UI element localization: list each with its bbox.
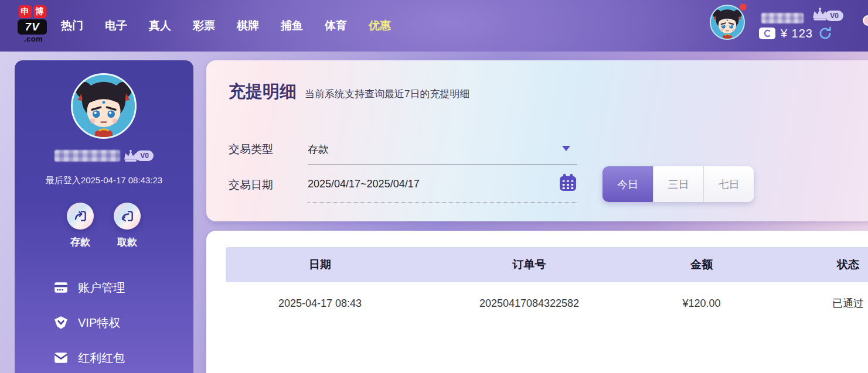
avatar-illustration	[73, 75, 135, 137]
nav-item-slots[interactable]: 电子	[105, 18, 127, 33]
range-today-button[interactable]: 今日	[603, 166, 653, 202]
account-card-icon	[53, 280, 69, 295]
nav-item-fishing[interactable]: 捕鱼	[281, 18, 303, 33]
site-logo[interactable]: 申 博 7V .com	[15, 5, 49, 43]
deposit-label: 存款	[57, 235, 104, 249]
vip-shield-icon	[53, 315, 69, 330]
last-login-text: 最后登入2025-04-17 08:43:23	[15, 175, 193, 186]
nav-item-live[interactable]: 真人	[149, 18, 171, 33]
sidebar: V0 最后登入2025-04-17 08:43:23 存款 取	[15, 60, 193, 373]
refresh-icon[interactable]	[818, 26, 833, 41]
nav-item-sports[interactable]: 体育	[325, 18, 347, 33]
cell-status: 已通过	[759, 282, 868, 324]
page-title: 充提明细	[229, 80, 297, 104]
header-balance: ¥ 123	[758, 26, 833, 41]
avatar-illustration	[711, 6, 744, 39]
col-status: 状态	[759, 247, 868, 282]
table-row: 2025-04-17 08:43 20250417084322582 ¥120.…	[226, 282, 868, 324]
range-7days-button[interactable]: 七日	[703, 166, 754, 202]
header-username-masked	[761, 13, 804, 23]
txn-date-underline	[308, 202, 577, 203]
header-avatar[interactable]	[710, 5, 745, 40]
withdraw-icon	[114, 203, 141, 230]
date-range-buttons: 今日 三日 七日	[603, 166, 754, 202]
red-packet-icon	[53, 350, 69, 365]
records-panel: 日期 订单号 金额 状态 2025-04-17 08:43 2025041708…	[206, 231, 868, 373]
txn-date-range[interactable]: 2025/04/17~2025/04/17	[308, 178, 420, 190]
logo-domain-text: .com	[18, 35, 49, 43]
table-header-row: 日期 订单号 金额 状态	[226, 247, 868, 282]
cell-amount: ¥120.00	[644, 282, 759, 324]
sidebar-item-redpacket[interactable]: 红利红包	[15, 340, 193, 373]
sidebar-item-label: 红利红包	[78, 350, 125, 366]
cell-date: 2025-04-17 08:43	[226, 282, 414, 324]
vip-badge: V0	[135, 150, 154, 161]
col-date: 日期	[226, 247, 414, 282]
col-order-no: 订单号	[414, 247, 644, 282]
withdraw-label: 取款	[104, 235, 151, 249]
txn-type-select[interactable]: 存款	[308, 142, 329, 156]
calendar-icon[interactable]	[559, 173, 577, 193]
vip-badge: V0	[825, 11, 843, 21]
page: 申 博 7V .com 热门 电子 真人 彩票 棋牌 捕鱼 体育 优惠	[0, 0, 868, 373]
range-3days-button[interactable]: 三日	[653, 166, 703, 202]
cell-order-no: 20250417084322582	[414, 282, 644, 324]
main-nav: 热门 电子 真人 彩票 棋牌 捕鱼 体育 优惠	[61, 0, 391, 52]
page-subtitle: 当前系统支持查询最近7日的充提明细	[305, 87, 469, 101]
wallet-icon	[758, 27, 776, 40]
notification-dot	[740, 4, 747, 11]
panel-header: 充提明细 当前系统支持查询最近7日的充提明细	[229, 80, 469, 104]
header-vip-level[interactable]: V0	[811, 7, 843, 21]
nav-item-promo[interactable]: 优惠	[369, 18, 391, 33]
nav-item-hot[interactable]: 热门	[61, 18, 83, 33]
sidebar-username-masked	[55, 150, 120, 162]
balance-amount: ¥ 123	[781, 27, 813, 40]
deposit-icon	[67, 203, 94, 230]
logo-main-text: 7V	[18, 19, 47, 35]
sidebar-avatar	[71, 73, 137, 139]
filter-panel: 充提明细 当前系统支持查询最近7日的充提明细 交易类型 存款 交易日期 2025…	[206, 60, 868, 221]
nav-item-board[interactable]: 棋牌	[237, 18, 259, 33]
sidebar-item-label: VIP特权	[78, 315, 120, 331]
chevron-down-icon[interactable]	[562, 146, 570, 151]
txn-type-label: 交易类型	[229, 142, 273, 157]
deposit-button[interactable]: 存款	[57, 203, 104, 249]
transactions-table: 日期 订单号 金额 状态 2025-04-17 08:43 2025041708…	[226, 247, 868, 324]
logo-badge-right: 博	[33, 5, 46, 18]
col-amount: 金额	[644, 247, 759, 282]
sidebar-menu: 账户管理 VIP特权 红利红包	[15, 270, 193, 373]
txn-type-underline	[308, 165, 577, 165]
nav-item-lottery[interactable]: 彩票	[193, 18, 215, 33]
top-navbar: 申 博 7V .com 热门 电子 真人 彩票 棋牌 捕鱼 体育 优惠	[0, 0, 868, 52]
withdraw-button[interactable]: 取款	[104, 203, 151, 249]
sidebar-item-label: 账户管理	[78, 280, 125, 296]
logo-badge-left: 申	[19, 5, 32, 18]
sidebar-item-vip[interactable]: VIP特权	[15, 305, 193, 340]
floating-widget-partial[interactable]	[863, 15, 868, 26]
txn-date-label: 交易日期	[229, 177, 273, 193]
sidebar-item-account[interactable]: 账户管理	[15, 270, 193, 305]
sidebar-user-row: V0	[15, 149, 193, 162]
